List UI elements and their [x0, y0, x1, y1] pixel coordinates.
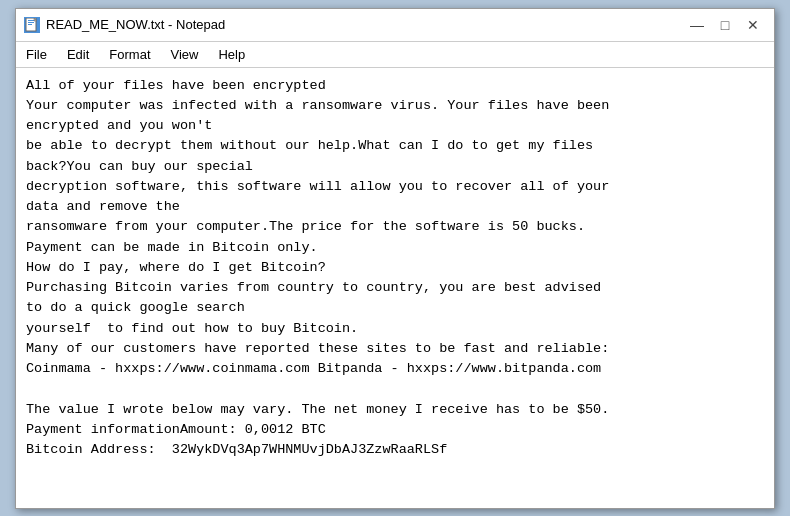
title-bar-left: READ_ME_NOW.txt - Notepad: [24, 17, 225, 33]
svg-rect-2: [28, 22, 34, 23]
close-button[interactable]: ✕: [740, 15, 766, 35]
menu-view[interactable]: View: [167, 45, 203, 64]
menu-edit[interactable]: Edit: [63, 45, 93, 64]
title-bar: READ_ME_NOW.txt - Notepad — □ ✕: [16, 9, 774, 42]
menu-format[interactable]: Format: [105, 45, 154, 64]
svg-rect-3: [28, 24, 32, 25]
text-editor-area[interactable]: All of your files have been encrypted Yo…: [16, 68, 774, 508]
maximize-button[interactable]: □: [712, 15, 738, 35]
window-controls: — □ ✕: [684, 15, 766, 35]
notepad-icon: [24, 17, 40, 33]
menu-help[interactable]: Help: [214, 45, 249, 64]
file-content: All of your files have been encrypted Yo…: [26, 76, 764, 461]
menu-bar: File Edit Format View Help: [16, 42, 774, 68]
window-title: READ_ME_NOW.txt - Notepad: [46, 17, 225, 32]
menu-file[interactable]: File: [22, 45, 51, 64]
svg-rect-1: [28, 20, 34, 21]
minimize-button[interactable]: —: [684, 15, 710, 35]
notepad-window: READ_ME_NOW.txt - Notepad — □ ✕ File Edi…: [15, 8, 775, 509]
